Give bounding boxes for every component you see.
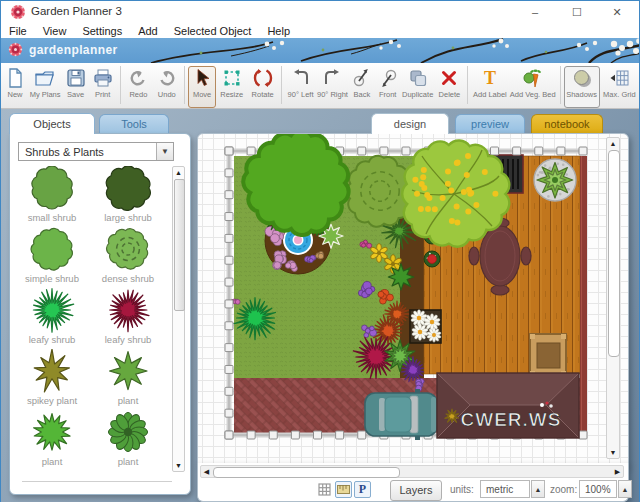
chevron-down-icon[interactable]: ▼: [156, 143, 173, 160]
minimize-icon[interactable]: –: [515, 1, 555, 23]
wooden-crate[interactable]: [530, 334, 566, 376]
sidebar-scrollbar[interactable]: ▲ ▼: [172, 166, 185, 472]
garden-plan[interactable]: CWER.WS: [198, 134, 626, 462]
plant-item[interactable]: simple shrub: [14, 227, 90, 288]
menu-selected-object[interactable]: Selected Object: [166, 25, 260, 37]
horizontal-scrollbar[interactable]: ◀ ▶: [200, 465, 624, 478]
scrollbar-thumb[interactable]: [174, 179, 185, 311]
shadows-button[interactable]: Shadows: [564, 66, 600, 108]
print-button[interactable]: Print: [88, 66, 117, 108]
bring-front-button[interactable]: Front: [375, 66, 401, 108]
menu-add[interactable]: Add: [130, 25, 166, 37]
scroll-up-icon[interactable]: ▲: [173, 167, 184, 178]
send-back-button[interactable]: Back: [349, 66, 375, 108]
plant-item[interactable]: leafy shrub: [14, 288, 90, 349]
plant-label: plant: [118, 395, 139, 406]
close-icon[interactable]: ✕: [597, 1, 637, 23]
tab-tools[interactable]: Tools: [99, 114, 169, 134]
burst-thumbnail: [20, 288, 84, 334]
potted-plant[interactable]: [534, 159, 576, 201]
app-flower-icon: [10, 4, 26, 20]
menu-file[interactable]: File: [1, 25, 35, 37]
burst-thumbnail: [96, 288, 160, 334]
tab-notebook[interactable]: notebook: [531, 114, 603, 134]
plant-list: small shrublarge shrubsimple shrubdense …: [14, 166, 166, 471]
delete-x-icon: [438, 67, 460, 89]
menu-help[interactable]: Help: [259, 25, 298, 37]
design-canvas[interactable]: CWER.WS: [197, 133, 629, 465]
move-button[interactable]: Move: [188, 66, 216, 108]
plant-item[interactable]: plant: [14, 410, 90, 471]
floppy-icon: [65, 67, 87, 89]
plant-label: spikey plant: [27, 395, 77, 406]
menu-view[interactable]: View: [35, 25, 75, 37]
add-label-button[interactable]: T Add Label: [471, 66, 509, 108]
scrollbar-thumb[interactable]: [213, 467, 400, 478]
plant-label: plant: [42, 456, 63, 467]
grid-toggle-icon[interactable]: [316, 481, 333, 498]
units-dropdown[interactable]: metric: [480, 480, 530, 498]
category-dropdown[interactable]: Shrubs & Plants ▼: [18, 142, 174, 161]
max-grid-button[interactable]: Max. Grid: [600, 66, 639, 108]
vertical-scrollbar[interactable]: ▲ ▼: [606, 137, 620, 459]
scroll-up-icon[interactable]: ▲: [607, 138, 619, 149]
tab-design[interactable]: design: [371, 113, 449, 134]
folder-icon: [34, 67, 56, 89]
zoom-dropdown[interactable]: 100%: [579, 480, 617, 498]
resize-button[interactable]: Resize: [216, 66, 247, 108]
plant-item[interactable]: plant: [90, 410, 166, 471]
redo-button[interactable]: Redo: [124, 66, 152, 108]
house-roof[interactable]: CWER.WS: [437, 373, 579, 438]
my-plans-button[interactable]: My Plans: [27, 66, 63, 108]
tab-preview[interactable]: preview: [455, 114, 525, 134]
large-tree[interactable]: [243, 134, 348, 235]
cursor-icon: [191, 67, 213, 89]
send-back-icon: [351, 67, 373, 89]
plant-labels-toggle[interactable]: P: [354, 481, 371, 498]
carrot-icon: [522, 67, 544, 89]
scroll-down-icon[interactable]: ▼: [607, 447, 619, 458]
blobdash-thumbnail: [96, 227, 160, 273]
save-button[interactable]: Save: [63, 66, 88, 108]
tab-objects[interactable]: Objects: [9, 113, 95, 134]
plant-label: large shrub: [104, 212, 152, 223]
logo-flower-icon: [8, 42, 23, 57]
scroll-right-icon[interactable]: ▶: [612, 466, 623, 477]
plant-item[interactable]: leafy shrub: [90, 288, 166, 349]
rotate-90-left-button[interactable]: 90° Left: [285, 66, 316, 108]
plant-item[interactable]: spikey plant: [14, 349, 90, 410]
menu-settings[interactable]: Settings: [74, 25, 130, 37]
shadow-circle-icon: [571, 67, 593, 89]
plant-item[interactable]: dense shrub: [90, 227, 166, 288]
blob-thumbnail: [20, 166, 84, 212]
scroll-left-icon[interactable]: ◀: [201, 466, 212, 477]
ruler-toggle-icon[interactable]: [335, 481, 352, 498]
car[interactable]: [365, 389, 437, 440]
daisy-planter[interactable]: [410, 310, 441, 343]
plant-label: dense shrub: [102, 273, 154, 284]
layers-button[interactable]: Layers: [390, 480, 442, 501]
watermark-text: CWER.WS: [461, 409, 562, 430]
plant-item[interactable]: plant: [90, 349, 166, 410]
zoom-dropdown-arrow-icon[interactable]: ▲: [618, 480, 632, 498]
category-value: Shrubs & Plants: [19, 146, 156, 158]
new-button[interactable]: New: [3, 66, 27, 108]
scroll-down-icon[interactable]: ▼: [173, 460, 184, 471]
rotate-90-right-button[interactable]: 90° Right: [316, 66, 349, 108]
flower-pot[interactable]: [424, 251, 440, 267]
scrollbar-thumb[interactable]: [608, 150, 620, 357]
plant-item[interactable]: large shrub: [90, 166, 166, 227]
units-dropdown-arrow-icon[interactable]: ▲: [531, 480, 545, 498]
add-veg-bed-button[interactable]: Add Veg. Bed: [509, 66, 557, 108]
maximize-icon[interactable]: ☐: [557, 1, 597, 23]
plant-item[interactable]: small shrub: [14, 166, 90, 227]
fence[interactable]: [225, 147, 233, 439]
duplicate-button[interactable]: Duplicate: [401, 66, 435, 108]
rotate-button[interactable]: Rotate: [247, 66, 278, 108]
delete-button[interactable]: Delete: [435, 66, 464, 108]
undo-button[interactable]: Undo: [153, 66, 181, 108]
max-grid-icon: [608, 67, 630, 89]
plant-label: leafy shrub: [105, 334, 151, 345]
logo-text: gardenplanner: [29, 43, 118, 57]
app-window: Garden Planner 3 – ☐ ✕ File View Setting…: [0, 0, 640, 502]
